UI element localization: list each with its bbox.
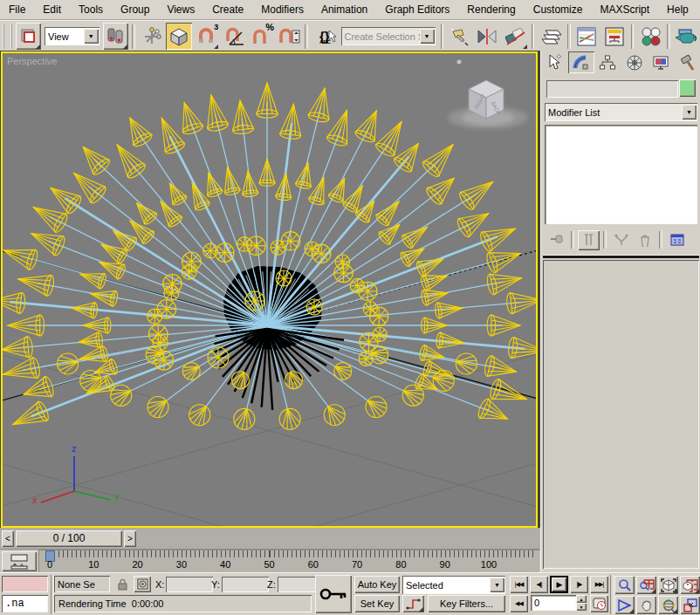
time-configuration-button[interactable]: [590, 595, 608, 612]
tab-utilities[interactable]: [675, 51, 700, 73]
zoom-extents-all-button[interactable]: [680, 576, 700, 594]
min-max-toggle-icon: [683, 598, 697, 612]
menu-item-group[interactable]: Group: [112, 1, 158, 19]
make-unique-button[interactable]: [610, 230, 632, 250]
select-and-manipulate-button[interactable]: [139, 23, 164, 50]
tab-modify[interactable]: [568, 51, 595, 73]
align-button[interactable]: [502, 23, 527, 50]
pin-stack-button[interactable]: [546, 230, 567, 250]
menu-item-edit[interactable]: Edit: [34, 1, 70, 19]
previous-frame-arrow-button[interactable]: <: [2, 530, 14, 547]
ruler-label-90: 90: [440, 559, 450, 570]
track-bar-ruler[interactable]: 0102030405060708090100: [38, 550, 539, 573]
next-frame-button[interactable]: ||▶: [570, 576, 588, 593]
show-end-result-button[interactable]: [578, 230, 600, 250]
toolbar-separator: [132, 24, 135, 49]
menu-item-help[interactable]: Help: [658, 1, 697, 19]
main-toolbar: View ▼ 3: [0, 20, 700, 52]
zoom-all-button[interactable]: [636, 576, 656, 594]
min-max-toggle-button[interactable]: [680, 596, 700, 614]
key-mode-value: Selected: [402, 580, 490, 591]
select-and-scale-button[interactable]: [16, 23, 41, 50]
default-tangents-button[interactable]: [402, 595, 424, 612]
hierarchy-tab-icon: [599, 54, 616, 72]
percent-snap-toggle-button[interactable]: %: [248, 23, 273, 50]
schematic-view-button[interactable]: [601, 23, 627, 50]
key-mode-toggle-button[interactable]: ◀◀: [510, 595, 528, 612]
modifier-stack-list[interactable]: [545, 125, 697, 224]
scene-canvas[interactable]: RIGHTBACKzxy: [3, 53, 536, 526]
prompt-line: Rendering Time 0:00:00: [54, 595, 312, 612]
previous-frame-button[interactable]: ◀||: [530, 576, 548, 593]
curve-editor-button[interactable]: [574, 23, 600, 50]
tab-display[interactable]: [648, 51, 675, 73]
mirror-button[interactable]: [475, 23, 500, 50]
panel-splitter[interactable]: [543, 255, 699, 258]
toolbar-grip[interactable]: [3, 24, 12, 49]
spinner-up-icon[interactable]: ▲: [576, 595, 587, 603]
lock-icon: [117, 578, 128, 591]
svg-text:x: x: [32, 495, 38, 505]
menu-item-create[interactable]: Create: [203, 1, 252, 19]
auto-key-button[interactable]: Auto Key: [354, 576, 400, 593]
edit-named-selection-sets-button[interactable]: {} ABC: [312, 23, 337, 50]
menu-item-rendering[interactable]: Rendering: [458, 1, 524, 19]
menu-item-tools[interactable]: Tools: [70, 1, 112, 19]
perspective-viewport[interactable]: RIGHTBACKzxy Perspective: [1, 51, 538, 528]
zoom-button[interactable]: [614, 576, 635, 594]
play-button[interactable]: ▶: [550, 576, 568, 593]
modifier-list-dropdown[interactable]: Modifier List ▼: [545, 103, 697, 121]
angle-snap-toggle-button[interactable]: [221, 23, 246, 50]
key-mode-dropdown[interactable]: Selected ▼: [402, 576, 505, 594]
time-slider-row: < 0 / 100 >: [0, 528, 540, 549]
next-frame-arrow-button[interactable]: >: [124, 530, 136, 547]
place-highlight-button[interactable]: [447, 23, 472, 50]
set-key-button[interactable]: Set Key: [354, 595, 400, 612]
frame-spinner[interactable]: ▲ ▼: [576, 595, 587, 611]
configure-modifier-sets-button[interactable]: [666, 230, 688, 250]
menu-item-views[interactable]: Views: [158, 1, 203, 19]
snaps-toggle-button[interactable]: [166, 23, 191, 50]
maxscript-mini-listener[interactable]: .na: [2, 595, 48, 612]
menu-item-file[interactable]: File: [0, 1, 34, 19]
spinner-down-icon[interactable]: ▼: [576, 603, 587, 611]
tab-create[interactable]: [541, 51, 568, 73]
named-selection-set-dropdown[interactable]: Create Selection Set ▼: [341, 27, 436, 45]
object-name-field[interactable]: [546, 80, 678, 98]
y-coordinate-field[interactable]: [222, 577, 269, 592]
use-pivot-point-center-button[interactable]: [103, 23, 128, 50]
viewport-label[interactable]: Perspective: [7, 56, 57, 66]
arc-rotate-button[interactable]: [658, 596, 678, 614]
time-slider-handle[interactable]: 0 / 100: [16, 530, 122, 547]
object-color-swatch[interactable]: [679, 79, 696, 97]
rollout-area[interactable]: [543, 260, 699, 569]
menu-item-graph-editors[interactable]: Graph Editors: [376, 1, 458, 19]
stack-separator: [659, 231, 662, 249]
zoom-extents-button[interactable]: [658, 576, 678, 594]
absolute-mode-transform-toggle[interactable]: [134, 576, 151, 592]
field-of-view-button[interactable]: [614, 596, 635, 614]
pan-button[interactable]: [636, 596, 656, 614]
spinner-snap-toggle-button[interactable]: [276, 23, 301, 50]
selection-lock-toggle[interactable]: [113, 576, 131, 592]
tab-hierarchy[interactable]: [594, 51, 621, 73]
menu-item-modifiers[interactable]: Modifiers: [252, 1, 312, 19]
go-to-start-button[interactable]: |◀◀: [510, 576, 528, 593]
menu-item-maxscript[interactable]: MAXScript: [591, 1, 658, 19]
current-frame-field[interactable]: 0: [531, 595, 576, 611]
reference-coordinate-system-dropdown[interactable]: View ▼: [45, 27, 100, 45]
x-coordinate-field[interactable]: [166, 577, 213, 592]
menu-item-customize[interactable]: Customize: [525, 1, 592, 19]
key-filters-button[interactable]: Key Filters...: [428, 595, 505, 612]
set-keys-button[interactable]: [315, 575, 352, 613]
remove-modifier-button[interactable]: [634, 230, 655, 250]
render-scene-button[interactable]: [674, 23, 699, 50]
layer-manager-button[interactable]: [538, 23, 563, 50]
material-editor-button[interactable]: [637, 23, 662, 50]
go-to-end-button[interactable]: ▶▶|: [590, 576, 608, 593]
open-mini-curve-editor-button[interactable]: [2, 551, 37, 571]
snap-toggle-3d-button[interactable]: 3: [194, 23, 219, 50]
menu-item-animation[interactable]: Animation: [312, 1, 376, 19]
tab-motion[interactable]: [621, 51, 649, 73]
maxscript-mini-listener-macro[interactable]: [2, 576, 48, 592]
